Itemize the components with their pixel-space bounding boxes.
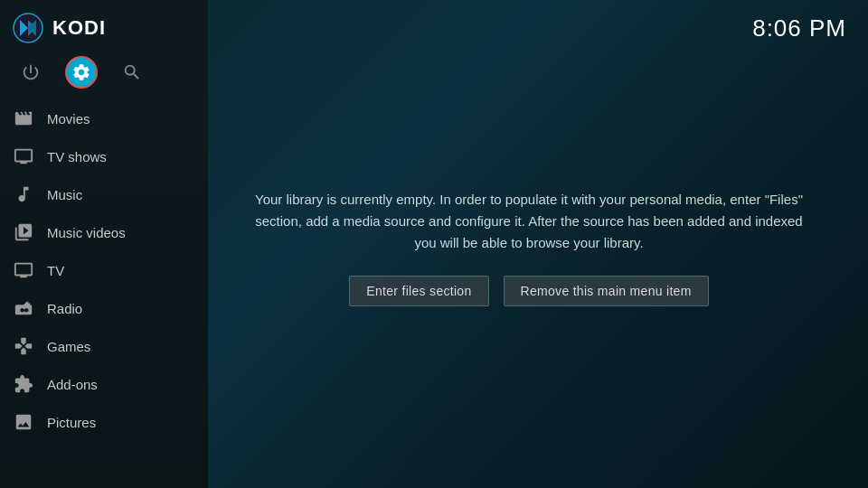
sidebar-item-tv[interactable]: TV: [0, 251, 208, 289]
top-bar: 8:06 PM: [208, 0, 868, 42]
library-empty-message: Your library is currently empty. In orde…: [244, 189, 814, 254]
music-icon: [13, 183, 34, 205]
tv-shows-icon: [13, 145, 34, 167]
kodi-logo: [13, 13, 43, 43]
search-button[interactable]: [116, 56, 148, 89]
sidebar-label-music: Music: [47, 187, 82, 202]
sidebar: KODI Movies TV shows: [0, 0, 208, 488]
nav-menu: Movies TV shows Music Music videos: [0, 96, 208, 488]
addons-icon: [13, 373, 34, 395]
sidebar-header: KODI: [0, 0, 208, 52]
radio-icon: [13, 297, 34, 319]
sidebar-item-radio[interactable]: Radio: [0, 289, 208, 327]
sidebar-item-games[interactable]: Games: [0, 327, 208, 365]
action-buttons: Enter files section Remove this main men…: [244, 276, 814, 306]
sidebar-label-pictures: Pictures: [47, 415, 96, 430]
main-content: 8:06 PM Your library is currently empty.…: [208, 0, 868, 488]
settings-button[interactable]: [65, 56, 98, 89]
pictures-icon: [13, 411, 34, 433]
sidebar-item-movies[interactable]: Movies: [0, 99, 208, 137]
sidebar-label-tv: TV: [47, 263, 64, 278]
sidebar-item-add-ons[interactable]: Add-ons: [0, 365, 208, 403]
movies-icon: [13, 108, 34, 129]
sidebar-label-music-videos: Music videos: [47, 225, 126, 240]
games-icon: [13, 335, 34, 357]
sidebar-item-pictures[interactable]: Pictures: [0, 403, 208, 441]
remove-menu-item-button[interactable]: Remove this main menu item: [504, 276, 709, 306]
content-area: Your library is currently empty. In orde…: [208, 42, 868, 488]
sidebar-label-tv-shows: TV shows: [47, 149, 107, 164]
app-title: KODI: [52, 16, 106, 40]
sidebar-label-movies: Movies: [47, 111, 90, 127]
music-videos-icon: [13, 221, 34, 243]
library-message-container: Your library is currently empty. In orde…: [244, 189, 814, 306]
power-button[interactable]: [14, 56, 47, 89]
sidebar-label-add-ons: Add-ons: [47, 377, 98, 392]
tv-icon: [13, 259, 34, 281]
sidebar-item-music[interactable]: Music: [0, 175, 208, 213]
toolbar-icons: [0, 52, 208, 96]
time-display: 8:06 PM: [752, 14, 846, 42]
enter-files-button[interactable]: Enter files section: [349, 276, 488, 306]
sidebar-label-radio: Radio: [47, 301, 82, 316]
sidebar-item-tv-shows[interactable]: TV shows: [0, 137, 208, 175]
sidebar-item-music-videos[interactable]: Music videos: [0, 213, 208, 251]
sidebar-label-games: Games: [47, 339, 90, 354]
